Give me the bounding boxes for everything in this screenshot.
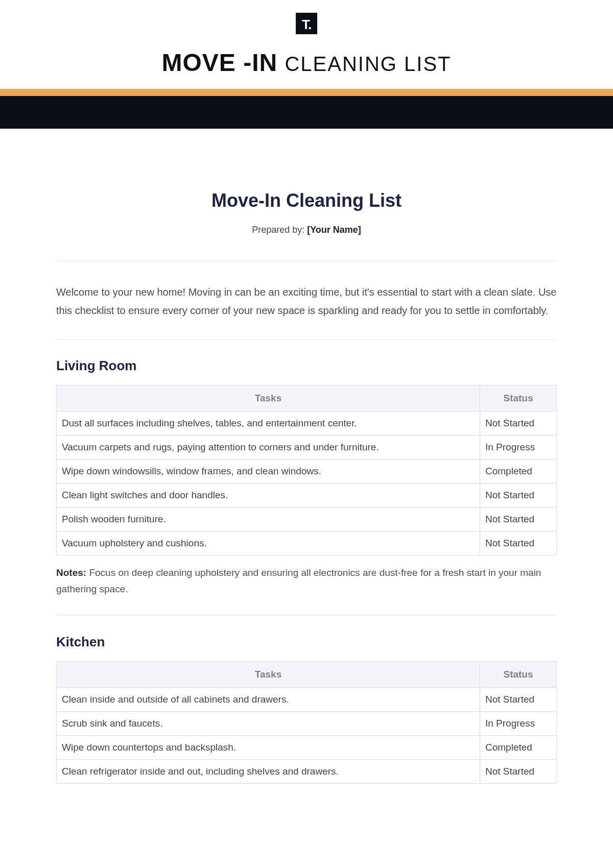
status-cell: Not Started [480, 412, 557, 436]
task-cell: Scrub sink and faucets. [57, 711, 480, 735]
banner-title-bold: MOVE -IN [161, 49, 277, 76]
task-cell: Vacuum upholstery and cushions. [57, 532, 480, 556]
prepared-label: Prepared by: [252, 225, 307, 235]
task-cell: Clean refrigerator inside and out, inclu… [57, 759, 480, 783]
task-cell: Dust all surfaces including shelves, tab… [57, 412, 480, 436]
banner-title: MOVE -IN CLEANING LIST [0, 49, 613, 77]
table-row: Dust all surfaces including shelves, tab… [57, 412, 557, 436]
column-header-tasks: Tasks [57, 385, 480, 412]
column-header-status: Status [480, 385, 557, 412]
prepared-by: Prepared by: [Your Name] [56, 225, 557, 235]
status-cell: Not Started [480, 687, 557, 711]
task-cell: Vacuum carpets and rugs, paying attentio… [57, 436, 480, 460]
table-row: Wipe down windowsills, window frames, an… [57, 460, 557, 484]
status-cell: Not Started [480, 508, 557, 532]
task-cell: Polish wooden furniture. [57, 508, 480, 532]
table-row: Clean inside and outside of all cabinets… [57, 687, 557, 711]
divider [56, 615, 557, 616]
section-title: Living Room [56, 358, 557, 374]
status-cell: In Progress [480, 436, 557, 460]
divider [56, 339, 557, 340]
task-cell: Wipe down windowsills, window frames, an… [57, 460, 480, 484]
intro-text: Welcome to your new home! Moving in can … [56, 261, 557, 339]
table-row: Clean refrigerator inside and out, inclu… [57, 759, 557, 783]
table-row: Clean light switches and door handles.No… [57, 484, 557, 508]
task-cell: Clean light switches and door handles. [57, 484, 480, 508]
status-cell: Not Started [480, 484, 557, 508]
status-cell: Completed [480, 460, 557, 484]
notes-label: Notes: [56, 567, 86, 578]
table-row: Wipe down countertops and backsplash.Com… [57, 735, 557, 759]
notes-text: Focus on deep cleaning upholstery and en… [56, 567, 541, 594]
table-row: Polish wooden furniture.Not Started [57, 508, 557, 532]
table-row: Vacuum upholstery and cushions.Not Start… [57, 532, 557, 556]
section-title: Kitchen [56, 634, 557, 650]
document-title: Move-In Cleaning List [56, 190, 557, 211]
status-cell: Completed [480, 735, 557, 759]
section-notes: Notes: Focus on deep cleaning upholstery… [56, 565, 557, 598]
tasks-table: TasksStatusClean inside and outside of a… [56, 661, 557, 784]
tasks-table: TasksStatusDust all surfaces including s… [56, 385, 557, 556]
table-row: Scrub sink and faucets.In Progress [57, 711, 557, 735]
logo-icon: T. [296, 13, 317, 34]
status-cell: In Progress [480, 711, 557, 735]
stripe-orange [0, 89, 613, 96]
task-cell: Wipe down countertops and backsplash. [57, 735, 480, 759]
status-cell: Not Started [480, 532, 557, 556]
prepared-name: [Your Name] [307, 225, 361, 235]
task-cell: Clean inside and outside of all cabinets… [57, 687, 480, 711]
column-header-tasks: Tasks [57, 661, 480, 687]
table-row: Vacuum carpets and rugs, paying attentio… [57, 436, 557, 460]
stripe-dark [0, 96, 613, 129]
status-cell: Not Started [480, 759, 557, 783]
column-header-status: Status [480, 661, 557, 687]
banner-title-light: CLEANING LIST [285, 53, 451, 75]
